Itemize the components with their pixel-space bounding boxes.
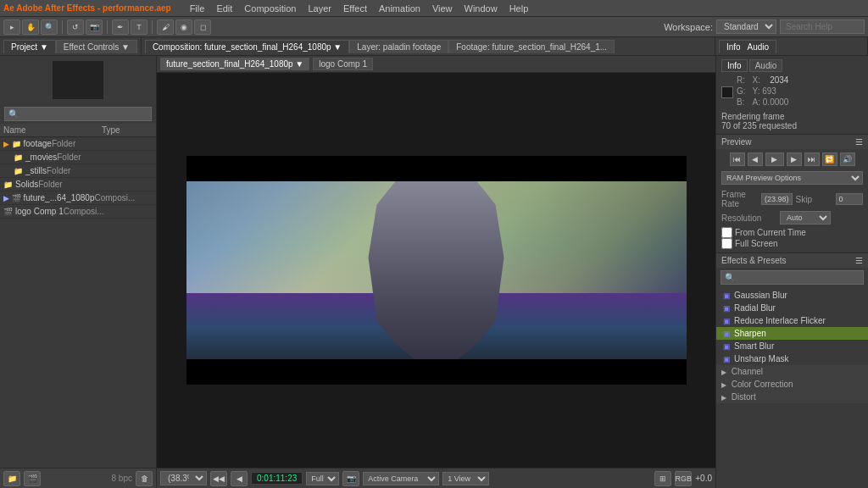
effects-list: ▣ Gaussian Blur ▣ Radial Blur ▣ Reduce I… xyxy=(716,287,868,488)
category-distort[interactable]: ▶ Distort xyxy=(716,391,868,403)
folder-footage-type: Folder xyxy=(52,139,103,148)
folder-solids[interactable]: 📁 Solids Folder xyxy=(0,178,156,191)
menu-layer[interactable]: Layer xyxy=(303,2,337,15)
video-content xyxy=(186,156,687,385)
resolution-select[interactable]: Auto xyxy=(780,211,831,225)
prev-to-end[interactable]: ⏭ xyxy=(804,152,820,166)
effect-reduce-flicker[interactable]: ▣ Reduce Interlace Flicker xyxy=(716,314,868,327)
category-distort-label: Distort xyxy=(732,392,756,402)
comp-future[interactable]: ▶ 🎬 future_...64_1080p Composi... xyxy=(0,191,156,205)
menu-help[interactable]: Help xyxy=(504,2,534,15)
info-section: Info Audio R: G: B: xyxy=(716,56,868,135)
preview-header[interactable]: Preview ☰ xyxy=(716,135,868,149)
category-distort-triangle: ▶ xyxy=(721,394,726,402)
select-tool[interactable]: ▸ xyxy=(3,19,20,35)
folder-footage[interactable]: ▶ 📁 footage Folder xyxy=(0,137,156,151)
project-panel-tab[interactable]: Project ▼ xyxy=(3,40,56,53)
menu-view[interactable]: View xyxy=(427,2,458,15)
effect-gaussian-blur[interactable]: ▣ Gaussian Blur xyxy=(716,289,868,302)
text-tool[interactable]: T xyxy=(131,19,147,35)
menu-window[interactable]: Window xyxy=(459,2,503,15)
effect-unsharp[interactable]: ▣ Unsharp Mask xyxy=(716,352,868,365)
prev-frame-forward[interactable]: ▶ xyxy=(787,152,802,166)
prev-frame-back[interactable]: ◀ xyxy=(748,152,763,166)
category-color-correction[interactable]: ▶ Color Correction xyxy=(716,378,868,391)
viewer-controls: (38.3%) ◀◀ ◀ 0:01:11:23 Full 📷 Active Ca… xyxy=(157,468,715,488)
menu-effect[interactable]: Effect xyxy=(338,2,372,15)
new-folder-btn[interactable]: 📁 xyxy=(3,471,20,486)
info-a: A: 0.0000 xyxy=(753,97,789,107)
skip-value[interactable]: 0 xyxy=(836,193,863,205)
composition-panel-tab[interactable]: Composition: future_section_final_H264_1… xyxy=(145,40,349,53)
from-current-check[interactable] xyxy=(721,227,732,238)
search-help-input[interactable] xyxy=(780,19,865,34)
pen-tool[interactable]: ✒ xyxy=(112,19,129,35)
menu-animation[interactable]: Animation xyxy=(374,2,426,15)
effect-sharpen[interactable]: ▣ Sharpen xyxy=(716,327,868,340)
menu-file[interactable]: File xyxy=(185,2,210,15)
info-tab[interactable]: Info xyxy=(721,59,748,72)
layer-panel-tab[interactable]: Layer: paladin footage xyxy=(349,40,448,53)
camera-tool[interactable]: 📷 xyxy=(86,19,103,35)
info-panel-tab[interactable]: Info Audio xyxy=(719,40,776,53)
comp-logo-type: Composi... xyxy=(64,207,114,216)
prev-loop[interactable]: 🔁 xyxy=(822,152,837,166)
category-channel[interactable]: ▶ Channel xyxy=(716,365,868,378)
letterbox-top xyxy=(186,156,687,181)
prev-audio[interactable]: 🔊 xyxy=(840,152,855,166)
effect-gaussian-name: Gaussian Blur xyxy=(734,291,787,300)
effect-smart-blur[interactable]: ▣ Smart Blur xyxy=(716,340,868,352)
from-current-label: From Current Time xyxy=(735,228,806,237)
video-frame xyxy=(186,156,687,385)
stamp-tool[interactable]: ◉ xyxy=(175,19,192,35)
full-screen-check[interactable] xyxy=(721,238,732,249)
folder-movies-name: _movies xyxy=(25,152,57,162)
frame-rate-row: Frame Rate (23.98) Skip 0 xyxy=(721,190,863,208)
comp-future-type: Composi... xyxy=(94,193,145,202)
zoom-select[interactable]: (38.3%) xyxy=(160,471,207,485)
camera-select[interactable]: Active Camera xyxy=(363,472,439,485)
prev-to-start[interactable]: ⏮ xyxy=(730,152,745,166)
xy-values: X: 2034 Y: 693 A: 0.0000 xyxy=(753,75,789,108)
ram-preview-select[interactable]: RAM Preview Options xyxy=(721,171,863,185)
viewer-ctrl-2[interactable]: ◀ xyxy=(231,471,248,486)
effects-search-input[interactable] xyxy=(721,270,864,285)
footage-panel-tab[interactable]: Footage: future_section_final_H264_1... xyxy=(448,40,615,53)
folder-solids-type: Folder xyxy=(38,180,89,189)
audio-tab[interactable]: Audio xyxy=(749,59,783,72)
folder-stills[interactable]: 📁 _stills Folder xyxy=(0,164,156,178)
project-search-input[interactable] xyxy=(4,107,152,121)
rotate-tool[interactable]: ↺ xyxy=(67,19,84,35)
comp-main-tab[interactable]: future_section_final_H264_1080p ▼ xyxy=(160,58,309,70)
workspace-label: Workspace: xyxy=(664,22,713,32)
view-select[interactable]: 1 View xyxy=(442,472,489,485)
viewer-snapshot[interactable]: 📷 xyxy=(342,471,359,486)
viewer-time: 0:01:11:23 xyxy=(251,472,303,485)
viewer-ctrl-1[interactable]: ◀◀ xyxy=(210,471,227,486)
grid-btn[interactable]: ⊞ xyxy=(654,471,671,486)
trash-btn[interactable]: 🗑 xyxy=(136,471,153,486)
effects-header[interactable]: Effects & Presets ☰ xyxy=(716,253,868,268)
project-panel: Name Type ▶ 📁 footage Folder 📁 _movies F… xyxy=(0,56,157,488)
prev-play[interactable]: ▶ xyxy=(765,152,784,166)
effects-menu-icon: ☰ xyxy=(855,256,863,265)
preview-label: Preview xyxy=(721,137,752,147)
comp-logo-tab[interactable]: logo Comp 1 xyxy=(313,58,373,70)
workspace-dropdown[interactable]: Standard xyxy=(716,19,776,34)
frame-rate-value[interactable]: (23.98) xyxy=(761,193,793,205)
effect-icon-sharpen: ▣ xyxy=(723,330,731,338)
effect-controls-tab[interactable]: Effect Controls ▼ xyxy=(56,40,137,53)
menu-composition[interactable]: Composition xyxy=(239,2,301,15)
zoom-tool[interactable]: 🔍 xyxy=(41,19,58,35)
effect-smart-name: Smart Blur xyxy=(734,341,774,351)
channel-btn[interactable]: RGB xyxy=(675,471,692,486)
comp-logo[interactable]: 🎬 logo Comp 1 Composi... xyxy=(0,205,156,219)
menu-edit[interactable]: Edit xyxy=(211,2,237,15)
folder-movies[interactable]: 📁 _movies Folder xyxy=(0,151,156,164)
new-comp-btn[interactable]: 🎬 xyxy=(24,471,41,486)
brush-tool[interactable]: 🖌 xyxy=(157,19,174,35)
quality-select[interactable]: Full xyxy=(306,472,339,485)
effect-radial-blur[interactable]: ▣ Radial Blur xyxy=(716,302,868,314)
eraser-tool[interactable]: ◻ xyxy=(194,19,211,35)
hand-tool[interactable]: ✋ xyxy=(22,19,39,35)
